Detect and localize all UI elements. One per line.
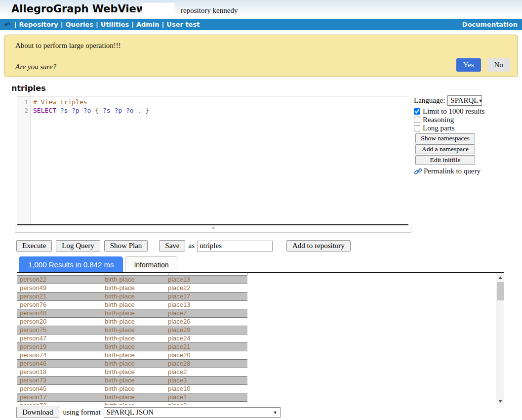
table-cell[interactable]: place2	[168, 368, 247, 376]
table-cell[interactable]: place22	[168, 284, 247, 292]
add-to-repository-button[interactable]: Add to repository	[286, 240, 351, 252]
table-cell[interactable]: place13	[168, 301, 247, 309]
table-row: person18birth-placeplace2	[17, 368, 247, 377]
table-cell[interactable]: place29	[168, 326, 247, 334]
table-cell[interactable]: place10	[168, 385, 247, 393]
table-cell[interactable]: place17	[168, 293, 247, 300]
table-row: person17birth-placeplace1	[17, 393, 247, 402]
table-cell[interactable]: person22	[17, 276, 105, 284]
no-button[interactable]: No	[487, 58, 510, 72]
nav-item-queries[interactable]: Queries	[66, 21, 94, 28]
table-cell[interactable]: birth-place	[105, 284, 168, 292]
table-cell[interactable]: person72	[17, 402, 105, 405]
table-cell[interactable]: person19	[17, 343, 105, 351]
table-cell[interactable]: birth-place	[105, 293, 168, 300]
show-namespaces-button[interactable]: Show namespaces	[415, 133, 475, 143]
show-plan-button[interactable]: Show Plan	[104, 240, 148, 252]
nav-item-documentation[interactable]: Documentation	[462, 21, 518, 28]
table-cell[interactable]: birth-place	[105, 368, 168, 376]
option-reasoning[interactable]: Reasoning	[414, 116, 519, 124]
permalink-link[interactable]: Permalink to query	[414, 167, 519, 175]
nav-items: |Repository|Queries|Utilities|Admin|User…	[12, 21, 200, 28]
table-cell[interactable]: place7	[168, 309, 247, 317]
table-cell[interactable]: person17	[17, 393, 105, 401]
table-cell[interactable]: birth-place	[105, 318, 168, 326]
blank-overlay	[142, 3, 175, 15]
table-cell[interactable]: birth-place	[105, 393, 168, 401]
table-cell[interactable]: place24	[168, 335, 247, 342]
add-a-namespace-button[interactable]: Add a namespace	[415, 144, 475, 154]
yes-button[interactable]: Yes	[456, 58, 481, 72]
table-cell[interactable]: birth-place	[105, 402, 168, 405]
table-cell[interactable]: person21	[17, 293, 105, 300]
table-cell[interactable]: person45	[17, 385, 105, 393]
editor-resize-handle[interactable]: ≡	[15, 225, 411, 233]
table-cell[interactable]: place3	[168, 377, 247, 384]
query-name-input[interactable]	[197, 241, 273, 252]
table-cell[interactable]: birth-place	[105, 309, 168, 317]
download-button[interactable]: Download	[16, 407, 59, 418]
table-cell[interactable]: birth-place	[105, 326, 168, 334]
log-query-button[interactable]: Log Query	[56, 240, 100, 252]
table-row: person74birth-placeplace20	[17, 351, 247, 360]
table-cell[interactable]: person73	[17, 377, 105, 384]
table-cell[interactable]: person18	[17, 368, 105, 376]
save-button[interactable]: Save	[159, 240, 185, 252]
table-cell[interactable]: place21	[168, 343, 247, 351]
scrollbar-thumb[interactable]	[497, 282, 504, 300]
checkbox[interactable]	[414, 125, 420, 131]
nav-item-repository[interactable]: Repository	[19, 21, 58, 28]
edit-initfile-button[interactable]: Edit initfile	[415, 155, 475, 165]
nav-item-utilities[interactable]: Utilities	[101, 21, 129, 28]
nav-item-user-test[interactable]: User test	[166, 21, 200, 28]
scroll-up-icon[interactable]	[498, 276, 502, 279]
table-cell[interactable]: place0	[168, 402, 247, 405]
table-cell[interactable]: place20	[168, 351, 247, 359]
table-row: person45birth-placeplace10	[17, 385, 247, 393]
checkbox[interactable]	[414, 117, 420, 123]
table-cell[interactable]: place26	[168, 318, 247, 326]
tab-information[interactable]: Information	[125, 256, 177, 272]
table-cell[interactable]: birth-place	[105, 377, 168, 384]
results-scrollbar[interactable]	[496, 273, 504, 405]
option-long-parts[interactable]: Long parts	[414, 124, 519, 132]
option-limit-to-1000-results[interactable]: Limit to 1000 results	[414, 107, 519, 116]
table-cell[interactable]: person74	[17, 351, 105, 359]
table-cell[interactable]: birth-place	[105, 351, 168, 359]
format-select[interactable]: SPARQL JSON ▼	[104, 407, 281, 418]
execute-button[interactable]: Execute	[16, 240, 52, 252]
table-cell[interactable]: birth-place	[105, 360, 168, 368]
table-cell[interactable]: person48	[17, 309, 105, 317]
table-row: person22birth-placeplace13	[17, 276, 247, 284]
table-row: person21birth-placeplace17	[17, 293, 247, 301]
table-cell[interactable]: person47	[17, 335, 105, 342]
table-cell[interactable]: birth-place	[105, 301, 168, 309]
scroll-down-icon[interactable]	[498, 400, 502, 403]
table-cell[interactable]: birth-place	[105, 343, 168, 351]
editor-code-area[interactable]: # View triplesSELECT ?s ?p ?o { ?s ?p ?o…	[31, 96, 408, 224]
table-cell[interactable]: person76	[17, 301, 105, 309]
table-cell[interactable]: place1	[168, 393, 247, 401]
tab-results[interactable]: 1,000 Results in 0.842 ms	[19, 256, 123, 272]
nav-separator: |	[162, 21, 164, 28]
editor-line-numbers: 12	[17, 96, 31, 224]
table-cell[interactable]: birth-place	[105, 335, 168, 342]
options-panel: Language: SPARQL ▼ Limit to 1000 results…	[414, 95, 519, 175]
table-cell[interactable]: birth-place	[105, 385, 168, 393]
checkbox[interactable]	[414, 108, 420, 115]
table-cell[interactable]: person49	[17, 284, 105, 292]
table-cell[interactable]: place13	[168, 276, 247, 284]
language-row: Language: SPARQL ▼	[414, 95, 519, 106]
token-punct	[56, 107, 60, 114]
token-punct: .	[134, 107, 145, 114]
table-cell[interactable]: person20	[17, 318, 105, 326]
nav-item-admin[interactable]: Admin	[136, 21, 160, 28]
language-label: Language:	[414, 96, 445, 105]
table-row: person75birth-placeplace29	[17, 326, 247, 335]
table-cell[interactable]: person46	[17, 360, 105, 368]
table-cell[interactable]: birth-place	[105, 276, 168, 284]
table-cell[interactable]: person75	[17, 326, 105, 334]
back-arrow-icon[interactable]: ↶	[4, 21, 10, 28]
table-cell[interactable]: place28	[168, 360, 247, 368]
language-select[interactable]: SPARQL ▼	[447, 95, 482, 106]
